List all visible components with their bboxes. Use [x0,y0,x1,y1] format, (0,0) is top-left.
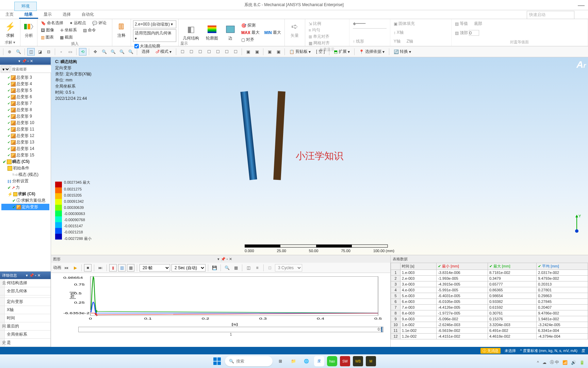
tab-automation[interactable]: 自动化 [76,10,99,19]
bottom-button[interactable]: 底部 [473,20,484,27]
comment-button[interactable]: 💬评论 [91,20,108,26]
vector-button[interactable]: ➪矢量 [287,20,303,39]
chart-button[interactable]: ▥图表 [39,34,55,41]
rotate-icon[interactable]: ⟲ [79,48,86,56]
tree-filter-dropdown[interactable]: ▾ [1,65,10,73]
tree-item[interactable]: 初始条件 [1,165,49,171]
scope-combo[interactable]: 适用范围内的几何体 ▾ [133,29,176,42]
tree-item[interactable]: ⚡ 求解 (C6) [1,191,49,197]
cap-value-input[interactable] [469,30,479,36]
annotation-button[interactable]: 🗏 注释 [114,20,129,39]
contour-value-button[interactable]: ▤等值 [454,20,469,27]
pan-icon[interactable]: ✥ [92,48,99,56]
coordinate-sys-button[interactable]: ✛坐标系 [59,27,78,33]
sel-7-icon[interactable]: ☐ [232,48,239,56]
anim-first-icon[interactable]: ⏮ [63,264,70,272]
graph-color-icon[interactable]: ▦ [232,264,240,272]
uniform-button[interactable]: ≡均匀 [307,27,347,33]
tree-item[interactable]: ✔ 定向变形 [1,204,49,210]
app-sw-icon[interactable]: SW [340,356,350,366]
outline-tree[interactable]: ✔ 总变形 3✔ 总变形 4✔ 总变形 5✔ 总变形 6✔ 总变形 7✔ 总变形… [0,74,51,271]
tree-item[interactable]: ✔ 总变形 13 [1,139,49,145]
graph-canvas[interactable]: 0.98654 -6.6353e-2 [mm] 0.750.50.25 00.1… [51,273,390,347]
details-pane-controls[interactable]: ▾ 📌 ▫ ✕ [26,273,40,278]
zoom-reset-icon[interactable]: 🔍 [127,48,134,56]
tab-home[interactable]: 主页 [0,10,19,19]
system-tray[interactable]: ^ ☁ Ⓐ 中 📶 🔊 🔋 [537,359,585,365]
sel-c-icon[interactable]: ▣ [266,48,273,56]
image-button[interactable]: 🖼图像 [39,27,55,33]
anim-mode3-icon[interactable]: ▦ [127,264,134,272]
start-button[interactable] [212,356,222,366]
zoom-fit-icon[interactable]: ⊕ [6,48,13,56]
sel-d-icon[interactable]: ▣ [275,48,282,56]
top-button[interactable]: ▤顶部 [454,30,586,36]
tray-volume-icon[interactable]: 🔊 [571,360,576,365]
zoom-out-icon[interactable]: 🔍 [109,48,117,56]
line-style-button[interactable]: ↑线形 [352,38,388,45]
sel-5-icon[interactable]: ☐ [214,48,222,56]
anim-mode2-icon[interactable]: ▥ [118,264,126,272]
display-cube-icon[interactable]: ◫ [27,48,35,56]
xaxis-button[interactable]: ↕X轴 [392,29,449,36]
contour-button[interactable]: 轮廓图 [204,23,220,42]
status-no-message[interactable]: ⓘ无消息 [480,348,501,354]
tree-item[interactable]: ✔ 总变形 10 [1,120,49,126]
tree-item[interactable]: ✔ⓘ 求解方案信息 [1,197,49,204]
quick-launch-input[interactable]: 快速启动 [527,11,574,19]
pin-icon[interactable]: ▾ 📌 ▫ ✕ [18,59,33,63]
edge-icon[interactable]: 🌐 [301,356,311,366]
sel-2-icon[interactable]: ☐ [187,48,195,56]
taskbar-search[interactable]: 🔍搜索 [225,356,273,366]
elem-align-button[interactable]: ⊞单元对齐 [307,33,347,40]
time-slider[interactable]: 0.5 1 [78,327,383,332]
display-wire-icon[interactable]: ⊟ [45,48,52,56]
tab-results[interactable]: 结果 [19,10,38,19]
anim-save-icon[interactable]: 💾 [211,264,218,272]
proportion-button[interactable]: ⇲比例 [307,20,347,27]
convert-dropdown[interactable]: 🔄转换 ▾ [392,48,413,55]
tree-item[interactable]: ⫿⫿ 分析设置 [1,178,49,184]
tree-item[interactable]: ✔ 总变形 5 [1,87,49,94]
explorer-icon[interactable]: 📁 [288,356,298,366]
section-button[interactable]: ▦截面 [59,34,74,41]
tree-item[interactable]: ✔ 瞬态 (C5) [1,158,49,165]
app-hao-icon[interactable]: hao [327,356,337,366]
align-button[interactable]: ▢对齐 [240,36,261,43]
tree-item[interactable]: ✔ 总变形 9 [1,113,49,120]
solid-fill-button[interactable]: ▣固体填充 [392,20,449,27]
table-data[interactable]: 时间 [s]✔ 最小 [mm]✔ 最大 [mm]✔ 平均 [mm]11.e-00… [391,263,588,347]
yaxis-button[interactable]: Y轴 [392,38,402,45]
graph-pane-controls[interactable]: ▾ 📌 ▫ ✕ [217,257,232,261]
graphics-viewport[interactable]: C: 瞬态结构 定向变形 类型: 定向变形(X轴) 单位: mm 全局坐标系 时… [51,57,588,255]
geometry-button[interactable]: ◧几何结构 [181,23,201,42]
anim-stop-icon[interactable]: ■ [84,264,92,272]
graph-opt2-icon[interactable]: ≡ [254,264,261,272]
zoom-in-icon[interactable]: 🔍 [100,48,108,56]
sel-4-icon[interactable]: ☐ [205,48,213,56]
tree-item[interactable]: ✔ 总变形 14 [1,145,49,152]
anim-mode1-icon[interactable]: ▮ [109,264,117,272]
named-selection-button[interactable]: 🔖命名选择 [39,20,65,26]
solve-button[interactable]: ⚡ 求解 [2,20,18,39]
cycles-select[interactable]: 3 Cycles [275,264,302,272]
remote-point-button[interactable]: ✦远程点 [68,20,87,26]
sel-1-icon[interactable]: ☐ [179,48,186,56]
display-shell-icon[interactable]: ◪ [36,48,44,56]
select-by-dropdown[interactable]: 📍选择依据 ▾ [357,48,387,55]
tree-item[interactable]: ✔ 总变形 4 [1,81,49,87]
tree-item[interactable]: ✔ 总变形 15 [1,152,49,158]
graph-opt1-icon[interactable]: ◫ [245,264,252,272]
tree-item[interactable]: ✔ 总变形 6 [1,94,49,100]
grid-align-button[interactable]: ▦网格对齐 [307,40,347,46]
tray-cloud-icon[interactable]: ☁ [542,360,546,365]
anim-last-icon[interactable]: ⏭ [97,264,104,272]
tray-ime-icon[interactable]: Ⓐ 中 [550,359,559,365]
tree-item[interactable]: ✔ 总变形 12 [1,133,49,139]
duration-select[interactable]: 2 Sec (自动) [172,264,206,272]
app-mechanical-icon[interactable]: M [366,356,376,366]
max-button[interactable]: MAX最大 [240,29,261,36]
tree-item[interactable]: ✔ 总变形 7 [1,100,49,107]
sel-6-icon[interactable]: ☐ [223,48,230,56]
min-button[interactable]: MIN最大 [263,29,282,36]
